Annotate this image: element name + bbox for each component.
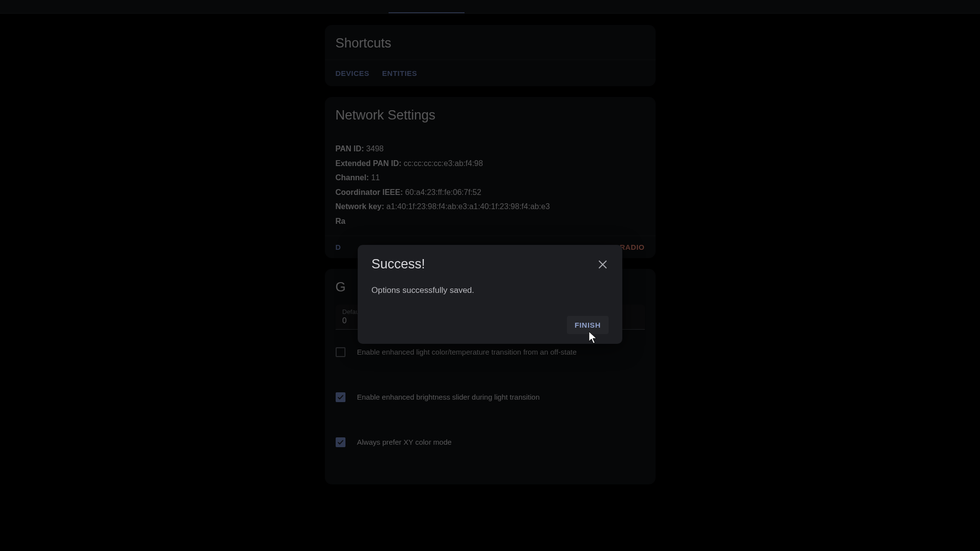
success-dialog: Success! Options successfully saved. FIN… (358, 245, 622, 344)
dialog-body: Options successfully saved. (371, 286, 609, 295)
finish-button[interactable]: FINISH (567, 316, 609, 334)
close-icon[interactable] (597, 259, 609, 270)
dialog-title: Success! (371, 257, 425, 272)
